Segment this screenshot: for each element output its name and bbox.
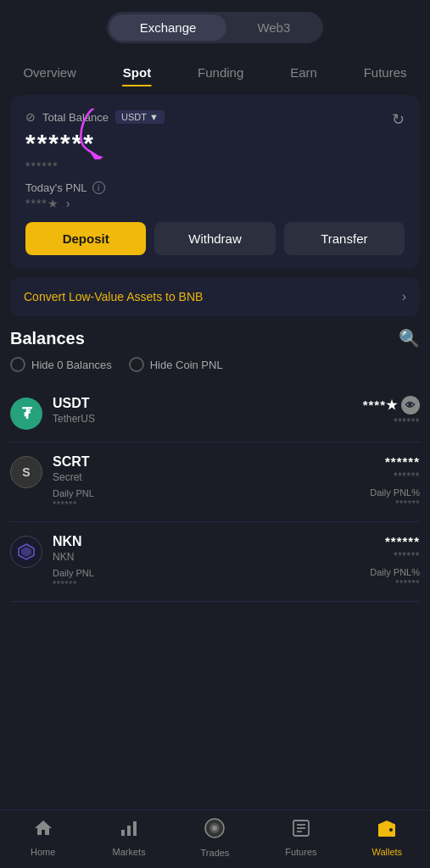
svg-point-13 — [389, 828, 393, 832]
coin-right-nkn: ****** ****** Daily PNL% ****** — [370, 534, 420, 588]
nav-home-label: Home — [31, 847, 55, 857]
currency-label: USDT — [121, 112, 147, 122]
nav-wallets[interactable]: Wallets — [357, 818, 416, 857]
tab-overview[interactable]: Overview — [16, 60, 83, 85]
nkn-pnl-pct-label: Daily PNL% — [370, 567, 420, 577]
hide-pnl-radio[interactable] — [129, 357, 144, 372]
nkn-pnl-value: ****** — [53, 579, 94, 589]
hide-zero-filter[interactable]: Hide 0 Balances — [10, 357, 112, 372]
filter-row: Hide 0 Balances Hide Coin PNL — [10, 357, 420, 372]
hide-pnl-label: Hide Coin PNL — [150, 359, 223, 371]
tab-earn[interactable]: Earn — [283, 60, 324, 85]
nav-trades[interactable]: Trades — [185, 817, 244, 858]
pnl-label: Today's PNL — [25, 181, 87, 194]
balances-header: Balances 🔍 — [10, 328, 420, 348]
nkn-balance-sub: ****** — [394, 550, 420, 562]
search-icon[interactable]: 🔍 — [399, 328, 420, 348]
pnl-chevron-icon[interactable]: › — [66, 197, 70, 210]
hide-zero-radio[interactable] — [10, 357, 25, 372]
usdt-icon: ₮ — [10, 398, 42, 430]
scrt-balance-sub: ****** — [394, 470, 420, 482]
hide-pnl-filter[interactable]: Hide Coin PNL — [129, 357, 223, 372]
nkn-pnl-pct-value: ****** — [395, 578, 420, 588]
home-icon — [33, 818, 53, 843]
mask-icon[interactable]: 👁 — [401, 396, 420, 415]
nkn-symbol: NKN — [53, 534, 94, 549]
exchange-toggle-btn[interactable]: Exchange — [109, 14, 227, 41]
nav-futures[interactable]: Futures — [271, 818, 331, 857]
tab-futures[interactable]: Futures — [357, 60, 414, 85]
svg-rect-5 — [133, 821, 137, 836]
nkn-info: NKN NKN Daily PNL ****** — [53, 534, 94, 589]
bottom-nav: Home Markets Trades — [0, 810, 430, 868]
convert-banner[interactable]: Convert Low-Value Assets to BNB › — [10, 277, 420, 316]
refresh-icon[interactable]: ↻ — [392, 110, 405, 129]
scrt-balance: ****** — [385, 454, 420, 469]
usdt-symbol: USDT — [53, 396, 95, 411]
balances-title: Balances — [10, 329, 85, 348]
scrt-pnl-pct-value: ****** — [395, 498, 420, 509]
convert-text: Convert Low-Value Assets to BNB — [24, 290, 203, 303]
scrt-pnl-row: Daily PNL ****** — [53, 488, 94, 509]
total-balance-label: Total Balance — [42, 111, 109, 124]
nkn-name: NKN — [53, 551, 94, 563]
hide-zero-label: Hide 0 Balances — [31, 359, 112, 371]
wallets-icon — [377, 818, 397, 843]
svg-rect-3 — [121, 830, 125, 836]
nav-futures-label: Futures — [285, 847, 316, 857]
coin-left-scrt: S SCRT Secret Daily PNL ****** — [10, 454, 94, 509]
convert-chevron-icon: › — [402, 289, 406, 304]
web3-toggle-btn[interactable]: Web3 — [226, 14, 321, 41]
nkn-icon — [10, 536, 42, 568]
pnl-value-row: ****★ › — [25, 197, 405, 210]
balances-section: Balances 🔍 Hide 0 Balances Hide Coin PNL… — [0, 325, 430, 602]
coin-row-nkn[interactable]: NKN NKN Daily PNL ****** ****** ****** D… — [10, 522, 420, 602]
main-balance: ****** — [25, 129, 405, 158]
scrt-pnl-value: ****** — [53, 499, 94, 509]
svg-rect-4 — [127, 826, 131, 836]
top-toggle-container: Exchange Web3 — [0, 0, 430, 52]
nav-home[interactable]: Home — [14, 818, 73, 857]
markets-icon — [119, 818, 139, 843]
withdraw-button[interactable]: Withdraw — [154, 222, 275, 255]
nav-markets-label: Markets — [113, 847, 146, 857]
usdt-balance-sub: ****** — [394, 416, 420, 428]
coin-row-scrt[interactable]: S SCRT Secret Daily PNL ****** ****** **… — [10, 442, 420, 522]
usdt-info: USDT TetherUS — [53, 396, 95, 425]
coin-right-scrt: ****** ****** Daily PNL% ****** — [370, 454, 420, 509]
pnl-value: ****★ — [25, 197, 59, 210]
tab-spot[interactable]: Spot — [116, 60, 158, 85]
usdt-balance: ****★ 👁 — [363, 396, 420, 415]
scrt-pnl-right: Daily PNL% ****** — [370, 487, 420, 509]
transfer-button[interactable]: Transfer — [284, 222, 405, 255]
scrt-icon: S — [10, 456, 42, 488]
coin-row-usdt[interactable]: ₮ USDT TetherUS ****★ 👁 ****** — [10, 384, 420, 442]
nkn-balance: ****** — [385, 534, 420, 548]
trades-icon — [204, 817, 226, 844]
scrt-info: SCRT Secret Daily PNL ****** — [53, 454, 94, 509]
nkn-pnl-row: Daily PNL ****** — [53, 568, 94, 589]
nav-wallets-label: Wallets — [371, 847, 402, 857]
scrt-symbol: SCRT — [53, 454, 94, 470]
coin-left-usdt: ₮ USDT TetherUS — [10, 396, 95, 430]
nav-tabs-container: Overview Spot Funding Earn Futures — [0, 52, 430, 85]
currency-badge[interactable]: USDT ▼ — [115, 110, 165, 124]
usdt-name: TetherUS — [53, 413, 95, 425]
nav-markets[interactable]: Markets — [99, 818, 159, 857]
deposit-button[interactable]: Deposit — [25, 222, 146, 255]
futures-icon — [291, 818, 311, 843]
scrt-pnl-pct-label: Daily PNL% — [370, 487, 420, 498]
pnl-label-row: Today's PNL i — [25, 181, 405, 194]
svg-point-8 — [212, 826, 217, 831]
action-buttons: Deposit Withdraw Transfer — [25, 222, 405, 255]
scrt-pnl-label: Daily PNL — [53, 488, 94, 498]
tab-funding[interactable]: Funding — [191, 60, 250, 85]
nav-trades-label: Trades — [201, 848, 230, 858]
exchange-web3-toggle: Exchange Web3 — [107, 12, 324, 43]
coin-left-nkn: NKN NKN Daily PNL ****** — [10, 534, 94, 589]
pnl-info-icon[interactable]: i — [92, 181, 105, 194]
svg-marker-2 — [21, 547, 31, 557]
coin-right-usdt: ****★ 👁 ****** — [363, 396, 420, 428]
sub-balance: ****** — [25, 159, 405, 173]
scrt-name: Secret — [53, 471, 94, 483]
